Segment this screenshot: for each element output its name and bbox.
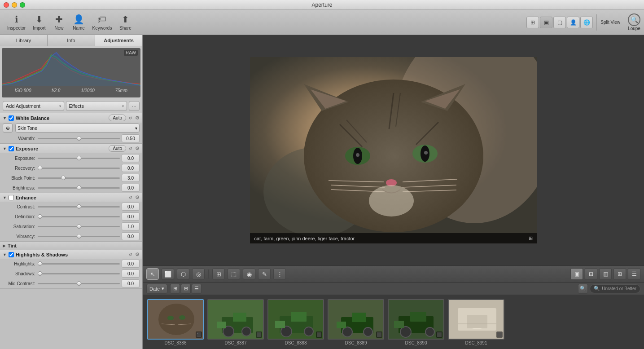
hs-checkbox[interactable] (9, 252, 14, 257)
zoom-tool-button[interactable]: ⊞ (212, 268, 225, 280)
grid-view-button[interactable]: ⊞ (526, 17, 539, 28)
sort-dropdown[interactable]: Date ▾ (146, 284, 167, 294)
exposure-header[interactable]: ▼ Exposure Auto ↺ ⚙ (0, 144, 142, 153)
vibrancy-slider[interactable] (38, 236, 120, 237)
thumb-item-4[interactable]: DSC_8390 (387, 299, 445, 345)
exposure-slider[interactable] (38, 158, 120, 159)
name-tool[interactable]: 👤 Name (69, 12, 88, 32)
definition-slider[interactable] (38, 216, 120, 217)
retouch-tool-button[interactable]: ◉ (243, 268, 255, 280)
maximize-button[interactable] (20, 2, 25, 8)
warmth-value[interactable]: 0.50 (122, 134, 140, 142)
tab-library[interactable]: Library (0, 35, 48, 46)
recovery-slider-container (38, 165, 120, 171)
inspector-tool[interactable]: ℹ Inspector (4, 12, 29, 32)
import-tool[interactable]: ⬇ Import (29, 12, 49, 32)
contrast-value[interactable]: 0.0 (122, 203, 140, 211)
faces-view-button[interactable]: 👤 (567, 17, 579, 28)
brush-tool-button[interactable]: ⬡ (177, 268, 189, 280)
thumb-label-2: DSC_8388 (285, 340, 307, 345)
highlights-slider[interactable] (38, 263, 120, 265)
tab-info[interactable]: Info (48, 35, 95, 46)
places-view-button[interactable]: 🌐 (580, 17, 593, 28)
brightness-slider[interactable] (38, 187, 120, 189)
close-button[interactable] (4, 2, 9, 8)
tab-adjustments[interactable]: Adjustments (95, 35, 142, 46)
enhance-checkbox[interactable] (9, 195, 14, 200)
add-adjustment-dropdown[interactable]: Add Adjustment ▾ (3, 101, 64, 111)
shadows-value[interactable]: 0.0 (122, 269, 140, 278)
wb-preset-dropdown[interactable]: Skin Tone ▾ (15, 124, 140, 133)
enhance-gear-button[interactable]: ⚙ (135, 194, 140, 200)
svg-text:⬛: ⬛ (197, 332, 201, 337)
redeye-tool-button[interactable]: ◎ (192, 268, 205, 280)
loupe-tool[interactable]: 🔍 Loupe (628, 13, 640, 31)
brightness-value[interactable]: 0.0 (122, 184, 140, 192)
saturation-slider[interactable] (38, 226, 120, 227)
wb-gear-button[interactable]: ⚙ (135, 115, 140, 121)
saturation-value[interactable]: 1.0 (122, 222, 140, 230)
grid-filter-button[interactable]: ⊞ (170, 284, 180, 294)
hs-gear-button[interactable]: ⚙ (135, 252, 140, 257)
mid-contrast-value[interactable]: 0.0 (122, 279, 140, 287)
wb-eyedropper-button[interactable]: ⊕ (3, 124, 13, 133)
full-view-button[interactable]: ▢ (553, 17, 566, 28)
contrast-slider[interactable] (38, 206, 120, 208)
thumb-item-1[interactable]: DSC_8387 (206, 299, 265, 345)
histogram-info: ISO 800 f/2.8 1/2000 75mm (2, 87, 140, 95)
copy-metadata-button[interactable]: ⊞ (529, 235, 533, 241)
exposure-gear-button[interactable]: ⚙ (135, 146, 140, 151)
enhance-header[interactable]: ▼ Enhance ↺ ⚙ (0, 193, 142, 202)
split-compare-button[interactable]: ▥ (599, 268, 612, 280)
lasso-tool-button[interactable]: ⬜ (162, 268, 174, 280)
enhance-reset-button[interactable]: ↺ (129, 195, 132, 200)
dropper-tool-button[interactable]: ⋮ (273, 268, 286, 280)
wb-auto-button[interactable]: Auto (109, 115, 126, 121)
browser-view-button[interactable]: ▣ (540, 17, 552, 28)
list-filter-button[interactable]: ⊟ (181, 284, 191, 294)
adjustment-options-button[interactable]: ⋯ (129, 101, 140, 111)
single-view-button[interactable]: ▣ (570, 268, 583, 280)
warmth-slider[interactable] (38, 138, 120, 139)
minimize-button[interactable] (12, 2, 17, 8)
mid-contrast-slider[interactable] (38, 283, 120, 284)
search-icon-button[interactable]: 🔍 (578, 284, 588, 294)
black-point-slider[interactable] (38, 177, 120, 179)
image-viewer[interactable]: cat, farm, green, john deere, tiger face… (143, 35, 644, 265)
keywords-tool[interactable]: 🏷 Keywords (88, 13, 115, 32)
exposure-checkbox[interactable] (9, 146, 14, 151)
thumb-item-3[interactable]: DSC_8389 (327, 299, 385, 345)
black-point-value[interactable]: 3.0 (122, 174, 140, 182)
thumb-item-2[interactable]: DSC_8388 (267, 299, 325, 345)
new-tool[interactable]: ✚ New (49, 12, 69, 32)
hs-reset-button[interactable]: ↺ (129, 252, 132, 257)
exposure-reset-button[interactable]: ↺ (129, 146, 132, 151)
vibrancy-label: Vibrancy: (5, 234, 38, 239)
select-tool-button[interactable]: ↖ (146, 268, 159, 280)
vibrancy-value[interactable]: 0.0 (122, 232, 140, 240)
alt-compare-button[interactable]: ⊞ (613, 268, 626, 280)
shadows-slider[interactable] (38, 273, 120, 274)
pen-tool-button[interactable]: ✎ (258, 268, 271, 280)
wb-reset-button[interactable]: ↺ (129, 116, 132, 120)
search-box[interactable]: 🔍 Unrated or Better (590, 284, 640, 293)
share-tool[interactable]: ⬆ Share (115, 12, 135, 32)
detail-filter-button[interactable]: ☰ (192, 284, 202, 294)
effects-dropdown[interactable]: Effects ▾ (66, 101, 127, 111)
exposure-value[interactable]: 0.0 (122, 154, 140, 162)
thumb-item-0[interactable]: ⬛ DSC_8386 (146, 299, 205, 345)
highlights-value[interactable]: 0.0 (122, 260, 140, 268)
wb-checkbox[interactable] (9, 115, 14, 121)
toolbar-separator-2 (624, 14, 624, 31)
crop-tool-button[interactable]: ⬚ (228, 268, 240, 280)
thumb-item-5[interactable]: DSC_8391 (447, 299, 505, 345)
exposure-auto-button[interactable]: Auto (109, 145, 126, 152)
recovery-slider[interactable] (38, 168, 120, 169)
tint-header[interactable]: ▶ Tint (0, 242, 142, 250)
metadata-view-button[interactable]: ☰ (628, 268, 640, 280)
recovery-value[interactable]: 0.0 (122, 164, 140, 172)
hs-header[interactable]: ▼ Highlights & Shadows ↺ ⚙ (0, 250, 142, 259)
white-balance-header[interactable]: ▼ White Balance Auto ↺ ⚙ (0, 113, 142, 123)
compare-view-button[interactable]: ⊟ (585, 268, 597, 280)
definition-value[interactable]: 0.0 (122, 212, 140, 221)
